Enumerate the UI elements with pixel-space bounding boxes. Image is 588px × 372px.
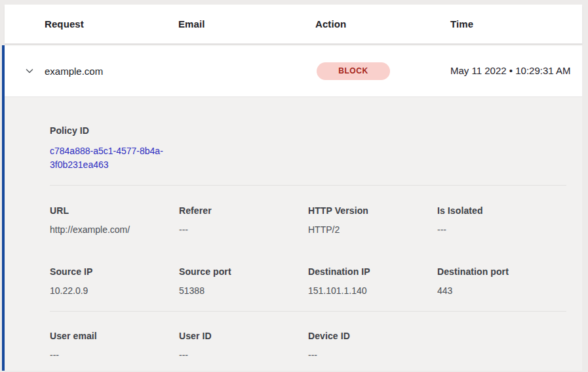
detail-field-http-version: HTTP Version HTTP/2: [308, 205, 437, 236]
column-header-action: Action: [315, 18, 450, 30]
chevron-down-icon: [24, 66, 35, 76]
action-badge: BLOCK: [317, 62, 390, 80]
detail-field-is-isolated: Is Isolated ---: [437, 205, 566, 236]
network-details-section: URL http://example.com/ Referer --- HTTP…: [5, 186, 582, 311]
log-row-group: example.com BLOCK May 11 2022 • 10:29:31…: [2, 45, 582, 371]
user-details-section: User email --- User ID --- Device ID ---: [5, 312, 582, 361]
collapse-row-button[interactable]: [22, 63, 37, 79]
column-header-time: Time: [450, 18, 582, 30]
column-header-request: Request: [45, 18, 178, 30]
policy-section: Policy ID c784a888-a5c1-4577-8b4a-3f0b23…: [5, 97, 582, 185]
detail-field-url: URL http://example.com/: [50, 205, 179, 236]
detail-field-source-port: Source port 51388: [179, 266, 308, 297]
detail-field-user-email: User email ---: [50, 331, 179, 361]
policy-id-label: Policy ID: [50, 125, 566, 136]
detail-field-source-ip: Source IP 10.22.0.9: [50, 266, 179, 297]
table-header: Request Email Action Time: [5, 5, 582, 44]
detail-field-destination-port: Destination port 443: [437, 266, 566, 297]
column-header-email: Email: [178, 18, 315, 30]
log-row[interactable]: example.com BLOCK May 11 2022 • 10:29:31…: [5, 45, 582, 97]
gateway-logs-page: Request Email Action Time example.com BL…: [0, 5, 588, 372]
action-cell: BLOCK: [315, 62, 450, 80]
time-cell: May 11 2022 • 10:29:31 AM: [450, 63, 579, 79]
log-details-panel: Policy ID c784a888-a5c1-4577-8b4a-3f0b23…: [5, 97, 582, 371]
detail-field-destination-ip: Destination IP 151.101.1.140: [308, 266, 437, 297]
detail-field-referer: Referer ---: [179, 205, 308, 236]
request-cell[interactable]: example.com: [45, 66, 178, 77]
policy-id-link[interactable]: c784a888-a5c1-4577-8b4a-3f0b231ea463: [50, 144, 181, 172]
detail-field-user-id: User ID ---: [179, 331, 308, 361]
detail-field-device-id: Device ID ---: [308, 331, 437, 361]
